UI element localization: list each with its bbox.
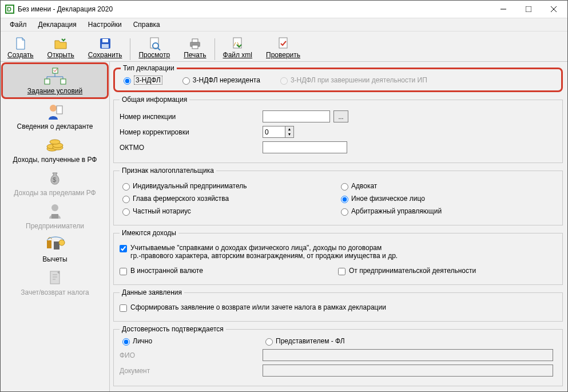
radio-taxpayer-arbitrator[interactable]: Арбитражный управляющий <box>338 207 442 216</box>
person-icon <box>45 102 65 121</box>
group-application: Данные заявления Сформировать заявление … <box>113 288 563 322</box>
group-trust: Достоверность подтверждается Лично Предс… <box>113 325 563 386</box>
toolbar-separator <box>215 38 215 60</box>
svg-rect-22 <box>45 79 50 84</box>
nav-refund: Зачет/возврат налога <box>1 266 109 299</box>
spin-down-icon[interactable]: ▼ <box>285 132 293 137</box>
coins-icon <box>45 135 65 155</box>
menu-file[interactable]: Файл <box>4 19 33 30</box>
xml-file-icon <box>231 36 244 51</box>
input-oktmo[interactable] <box>263 141 347 153</box>
input-document <box>263 365 553 377</box>
radio-trust-self[interactable]: Лично <box>120 336 245 346</box>
spin-up-icon[interactable]: ▲ <box>285 126 293 132</box>
label-correction: Номер корректировки <box>120 128 223 136</box>
svg-text:D: D <box>7 6 11 13</box>
group-general: Общая информация Номер инспекции ... Ном… <box>113 96 563 163</box>
check-form-application[interactable]: Сформировать заявление о возврате и/или … <box>120 303 386 312</box>
radio-trust-representative[interactable]: Представителем - ФЛ <box>263 336 345 346</box>
nav-income-rf-label: Доходы, полученные в РФ <box>13 156 97 164</box>
entrepreneur-icon <box>46 201 64 221</box>
radio-taxpayer-notary[interactable]: Частный нотариус <box>120 207 191 216</box>
legend-trust: Достоверность подтверждается <box>120 325 226 333</box>
menu-help[interactable]: Справка <box>128 19 166 30</box>
input-correction-spinner[interactable]: ▲▼ <box>263 126 294 138</box>
svg-rect-33 <box>51 214 58 219</box>
deductions-icon <box>43 235 66 254</box>
save-icon <box>99 36 112 51</box>
toolbar-preview[interactable]: Просмотр <box>132 31 177 60</box>
nav-entrepreneurs: Предприниматели <box>1 199 109 232</box>
legend-taxpayer: Признак налогоплательщика <box>120 167 216 175</box>
toolbar: Создать Открыть Сохранить Просмотр Печат… <box>1 31 567 62</box>
nav-income-rf[interactable]: Доходы, полученные в РФ <box>1 133 109 166</box>
label-oktmo: ОКТМО <box>120 144 223 152</box>
close-button[interactable] <box>541 1 566 17</box>
svg-rect-16 <box>279 38 287 48</box>
menu-declaration[interactable]: Декларация <box>33 19 82 30</box>
svg-rect-23 <box>61 79 66 84</box>
menubar: Файл Декларация Настройки Справка <box>1 18 567 31</box>
open-folder-icon <box>54 36 67 51</box>
maximize-button[interactable] <box>516 1 541 17</box>
nav-income-foreign: $ Доходы за пределами РФ <box>1 166 109 199</box>
input-inspection[interactable] <box>263 110 330 122</box>
app-icon: D <box>5 5 14 14</box>
svg-point-30 <box>50 140 60 144</box>
radio-taxpayer-other[interactable]: Иное физическое лицо <box>338 194 425 203</box>
content-area: Тип декларации 3-НДФЛ 3-НДФЛ нерезидента… <box>110 62 567 391</box>
legend-general: Общая информация <box>120 96 189 104</box>
svg-point-24 <box>50 105 57 112</box>
svg-text:$: $ <box>53 176 56 183</box>
radio-3ndfl-ip-close: 3-НДФЛ при завершении деятельности ИП <box>277 76 427 85</box>
nav-declarant-label: Сведения о декларанте <box>17 122 93 130</box>
radio-taxpayer-farm[interactable]: Глава фермерского хозяйства <box>120 194 229 203</box>
nav-refund-label: Зачет/возврат налога <box>21 288 89 296</box>
check-icon <box>277 36 289 51</box>
toolbar-xml[interactable]: Файл xml <box>216 31 260 60</box>
money-bag-icon: $ <box>47 168 63 188</box>
browse-inspection-button[interactable]: ... <box>333 110 348 122</box>
toolbar-create[interactable]: Создать <box>1 31 41 60</box>
window-title: Без имени - Декларация 2020 <box>18 5 491 13</box>
nav-conditions-label: Задание условий <box>27 87 82 95</box>
nav-deductions-label: Вычеты <box>42 255 67 263</box>
check-income-foreign[interactable]: В иностранной валюте <box>120 267 203 275</box>
nav-declarant[interactable]: Сведения о декларанте <box>1 100 109 133</box>
minimize-button[interactable] <box>491 1 516 17</box>
svg-rect-3 <box>526 6 531 12</box>
toolbar-separator <box>130 38 130 60</box>
label-document: Документ <box>120 367 263 375</box>
preview-icon <box>148 36 161 51</box>
input-fio <box>263 349 553 361</box>
radio-taxpayer-ip[interactable]: Индивидуальный предприниматель <box>120 181 247 191</box>
check-income-main[interactable]: Учитываемые "справками о доходах физичес… <box>120 244 398 260</box>
refund-icon <box>47 268 63 287</box>
svg-line-11 <box>158 48 160 50</box>
nav-conditions[interactable]: Задание условий <box>1 62 109 99</box>
svg-point-32 <box>51 204 58 211</box>
svg-point-35 <box>59 240 65 246</box>
label-fio: ФИО <box>120 351 263 359</box>
svg-rect-14 <box>192 45 198 49</box>
group-declaration-type: Тип декларации 3-НДФЛ 3-НДФЛ нерезидента… <box>113 64 563 92</box>
toolbar-check[interactable]: Проверить <box>259 31 307 60</box>
sidebar: Задание условий Сведения о декларанте До… <box>1 62 110 391</box>
menu-settings[interactable]: Настройки <box>82 19 128 30</box>
radio-taxpayer-lawyer[interactable]: Адвокат <box>338 181 377 191</box>
toolbar-save[interactable]: Сохранить <box>81 31 129 60</box>
toolbar-open[interactable]: Открыть <box>41 31 81 60</box>
radio-3ndfl[interactable]: 3-НДФЛ <box>121 76 162 85</box>
svg-rect-8 <box>102 44 109 48</box>
toolbar-print[interactable]: Печать <box>177 31 213 60</box>
nav-deductions[interactable]: Вычеты <box>1 232 109 266</box>
radio-3ndfl-nonresident[interactable]: 3-НДФЛ нерезидента <box>180 76 260 85</box>
conditions-icon <box>42 66 67 86</box>
nav-entrepreneurs-label: Предприниматели <box>26 222 84 230</box>
new-file-icon <box>14 36 27 51</box>
print-icon <box>188 36 202 51</box>
check-income-entrepreneurial[interactable]: От предпринимательской деятельности <box>338 267 476 275</box>
group-taxpayer: Признак налогоплательщика Индивидуальный… <box>113 167 563 225</box>
titlebar: D Без имени - Декларация 2020 <box>1 1 567 18</box>
group-income: Имеются доходы Учитываемые "справками о … <box>113 229 563 285</box>
